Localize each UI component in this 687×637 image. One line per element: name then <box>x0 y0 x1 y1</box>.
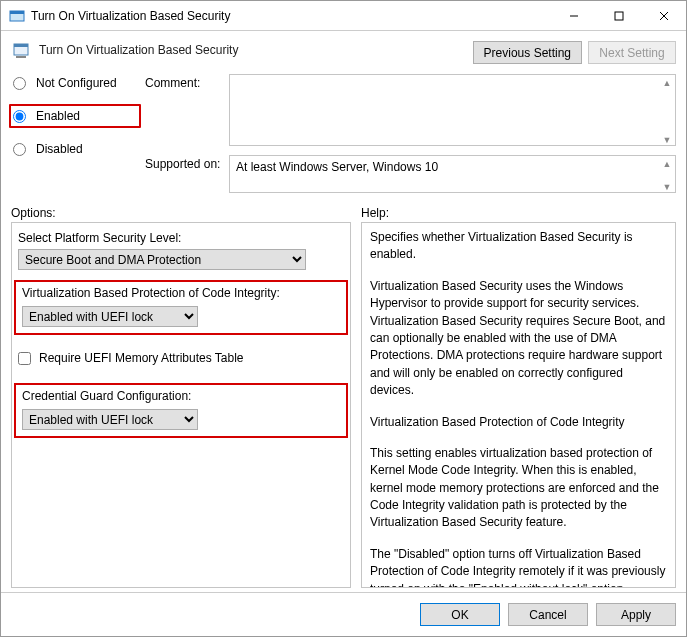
vbpci-combo[interactable]: Enabled with UEFI lock <box>22 306 198 327</box>
credguard-combo[interactable]: Enabled with UEFI lock <box>22 409 198 430</box>
help-label: Help: <box>361 204 676 220</box>
svg-rect-3 <box>615 12 623 20</box>
help-text: Specifies whether Virtualization Based S… <box>370 229 667 264</box>
help-text: Virtualization Based Protection of Code … <box>370 414 667 431</box>
highlight-credguard: Credential Guard Configuration: Enabled … <box>14 383 348 438</box>
radio-enabled[interactable]: Enabled <box>11 107 80 125</box>
ok-button[interactable]: OK <box>420 603 500 626</box>
dialog-footer: OK Cancel Apply <box>1 592 686 636</box>
radio-label: Not Configured <box>36 76 117 90</box>
previous-setting-button[interactable]: Previous Setting <box>473 41 582 64</box>
window-title: Turn On Virtualization Based Security <box>31 9 551 23</box>
comment-label: Comment: <box>145 74 225 90</box>
close-button[interactable] <box>641 1 686 30</box>
dialog-window: Turn On Virtualization Based Security Tu… <box>0 0 687 637</box>
radio-disabled[interactable]: Disabled <box>11 140 141 158</box>
policy-icon <box>11 41 31 61</box>
radio-label: Disabled <box>36 142 83 156</box>
help-text: Virtualization Based Security uses the W… <box>370 278 667 400</box>
radio-not-configured[interactable]: Not Configured <box>11 74 141 92</box>
options-label: Options: <box>11 204 351 220</box>
policy-name: Turn On Virtualization Based Security <box>39 41 473 57</box>
next-setting-button[interactable]: Next Setting <box>588 41 676 64</box>
svg-rect-1 <box>10 11 24 14</box>
radio-label: Enabled <box>36 109 80 123</box>
app-icon <box>9 8 25 24</box>
maximize-button[interactable] <box>596 1 641 30</box>
svg-rect-7 <box>14 44 28 47</box>
comment-textarea[interactable] <box>229 74 676 146</box>
highlight-enabled: Enabled <box>9 104 141 128</box>
svg-rect-8 <box>16 56 26 58</box>
policy-header: Turn On Virtualization Based Security Pr… <box>11 41 676 64</box>
state-grid: Not Configured Enabled Disabled Comment:… <box>11 74 676 196</box>
minimize-button[interactable] <box>551 1 596 30</box>
help-text: The "Disabled" option turns off Virtuali… <box>370 546 667 588</box>
titlebar: Turn On Virtualization Based Security <box>1 1 686 31</box>
platform-security-label: Select Platform Security Level: <box>18 231 344 245</box>
platform-security-combo[interactable]: Secure Boot and DMA Protection <box>18 249 306 270</box>
credguard-label: Credential Guard Configuration: <box>22 389 340 403</box>
options-panel: Select Platform Security Level: Secure B… <box>11 222 351 588</box>
supported-on-text: At least Windows Server, Windows 10 <box>229 155 676 193</box>
vbpci-label: Virtualization Based Protection of Code … <box>22 286 340 300</box>
supported-label: Supported on: <box>145 155 225 171</box>
help-text: This setting enables virtualization base… <box>370 445 667 532</box>
help-panel[interactable]: Specifies whether Virtualization Based S… <box>361 222 676 588</box>
cancel-button[interactable]: Cancel <box>508 603 588 626</box>
checkbox-label: Require UEFI Memory Attributes Table <box>39 351 244 365</box>
apply-button[interactable]: Apply <box>596 603 676 626</box>
highlight-vbpci: Virtualization Based Protection of Code … <box>14 280 348 335</box>
uefi-attributes-checkbox[interactable]: Require UEFI Memory Attributes Table <box>18 351 344 365</box>
